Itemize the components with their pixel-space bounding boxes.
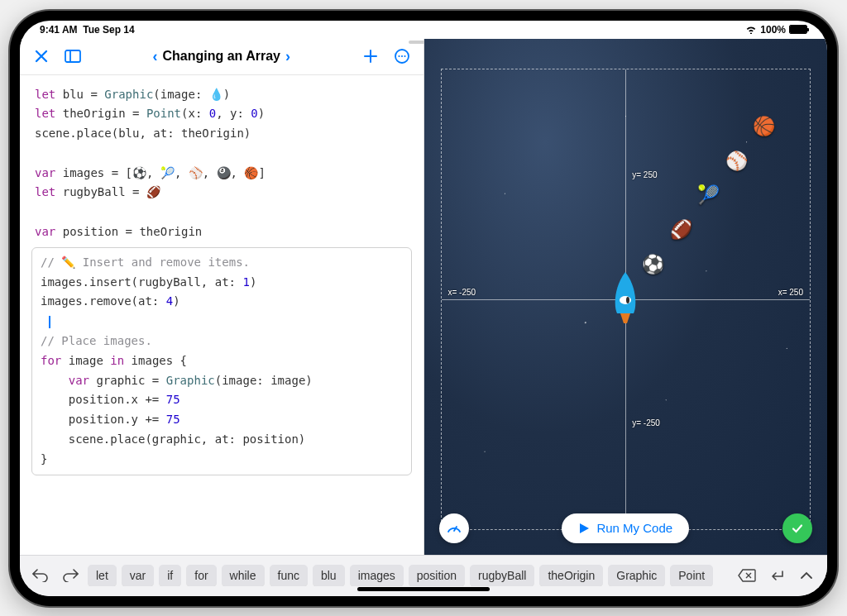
return-icon[interactable] <box>764 569 789 582</box>
next-page-icon[interactable]: › <box>285 48 290 65</box>
svg-rect-0 <box>65 50 80 62</box>
scene-bounds: x= -250 x= 250 y= 250 y= -250 ⚽️🏈🎾⚾️🏀 <box>441 69 811 530</box>
wifi-icon <box>745 26 757 34</box>
text-cursor <box>49 316 50 328</box>
completion-chip[interactable]: if <box>159 565 181 586</box>
scene-graphic: 🏈 <box>670 219 692 241</box>
status-right: 100% <box>745 24 807 36</box>
scene-graphic: ⚽️ <box>642 254 664 275</box>
scene-graphic: ⚾️ <box>725 150 748 172</box>
svg-point-3 <box>398 55 400 57</box>
status-time-date: 9:41 AM Tue Sep 14 <box>40 24 135 36</box>
live-view: x= -250 x= 250 y= 250 y= -250 ⚽️🏈🎾⚾️🏀 <box>424 39 828 555</box>
axis-label-xpos: x= 250 <box>778 288 803 297</box>
screen: 9:41 AM Tue Sep 14 100% ‹ <box>20 21 827 596</box>
play-icon <box>578 523 590 534</box>
editor-toolbar: ‹ Changing an Array › <box>20 39 424 75</box>
code-editor[interactable]: let blu = Graphic(image: 💧) let theOrigi… <box>20 75 424 555</box>
battery-percent: 100% <box>760 24 786 36</box>
completion-chip[interactable]: var <box>122 565 154 586</box>
chevron-up-icon[interactable] <box>794 571 819 580</box>
editor-pane: ‹ Changing an Array › let blu = <box>20 39 424 555</box>
completion-chip[interactable]: blu <box>313 565 345 586</box>
completion-chip[interactable]: func <box>270 565 308 586</box>
x-axis <box>442 299 811 300</box>
more-icon[interactable] <box>392 46 412 66</box>
content-split: ‹ Changing an Array › let blu = <box>20 39 827 555</box>
ipad-device-frame: 9:41 AM Tue Sep 14 100% ‹ <box>10 11 837 606</box>
prev-page-icon[interactable]: ‹ <box>152 48 157 65</box>
undo-icon[interactable] <box>28 569 53 582</box>
svg-point-4 <box>400 55 402 57</box>
scene-controls: Run My Code <box>424 513 828 543</box>
svg-point-6 <box>620 296 631 304</box>
axis-label-ypos: y= 250 <box>632 170 657 179</box>
battery-icon <box>789 25 807 34</box>
page-title: Changing an Array <box>162 49 280 64</box>
run-label: Run My Code <box>596 521 672 535</box>
sidebar-toggle-icon[interactable] <box>63 46 83 66</box>
delete-icon[interactable] <box>735 569 759 582</box>
scene-graphic: 🎾 <box>697 184 720 206</box>
completion-chip[interactable]: while <box>222 565 265 586</box>
svg-point-5 <box>404 55 405 57</box>
status-bar: 9:41 AM Tue Sep 14 100% <box>20 21 827 39</box>
run-code-button[interactable]: Run My Code <box>562 513 689 543</box>
axis-label-xneg: x= -250 <box>448 288 476 297</box>
completion-chip[interactable]: Graphic <box>608 565 665 586</box>
add-icon[interactable] <box>361 46 380 66</box>
speed-button[interactable] <box>439 513 469 543</box>
completion-chip[interactable]: Point <box>670 565 713 586</box>
completion-chip[interactable]: let <box>88 565 117 586</box>
y-axis <box>625 69 626 529</box>
page-nav: ‹ Changing an Array › <box>94 48 349 65</box>
completion-chip[interactable]: position <box>409 565 465 586</box>
completion-chip[interactable]: for <box>186 565 216 586</box>
completion-chip[interactable]: rugbyBall <box>470 565 534 586</box>
character-blu <box>605 270 645 328</box>
completion-chip[interactable]: theOrigin <box>539 565 603 586</box>
editable-region[interactable]: // ✏️ Insert and remove items. images.in… <box>31 247 412 475</box>
completion-chips: letvarifforwhilefuncbluimagespositionrug… <box>88 565 730 586</box>
completion-chip[interactable]: images <box>350 565 404 586</box>
home-indicator[interactable] <box>357 587 490 591</box>
axis-label-yneg: y= -250 <box>632 418 660 427</box>
svg-line-8 <box>454 527 457 531</box>
redo-icon[interactable] <box>58 569 83 582</box>
svg-point-7 <box>626 297 629 303</box>
close-icon[interactable] <box>31 46 51 66</box>
success-button[interactable] <box>782 513 812 543</box>
scene-graphic: 🏀 <box>753 116 775 137</box>
